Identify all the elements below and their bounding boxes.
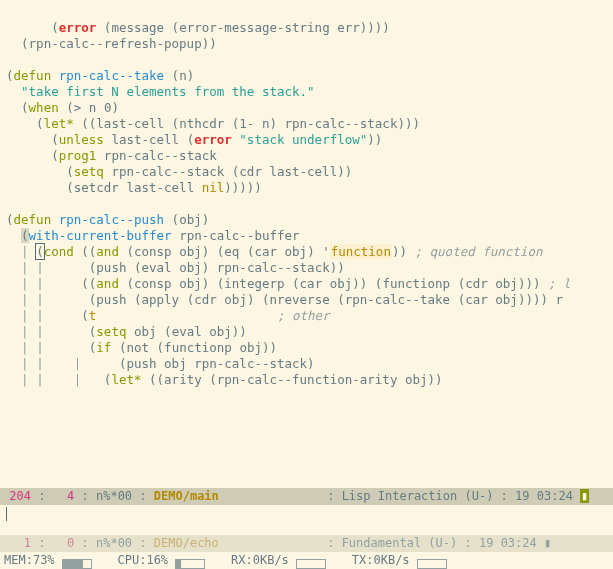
modeline-main[interactable]: 204 : 4 : n%*00 : DEMO/main : Lisp Inter… [0,488,613,505]
status-bar: MEM:73% CPU:16% RX:0KB/s TX:0KB/s [0,552,613,569]
code-line: (prog1 rpn-calc--stack [6,148,217,163]
col-number: 4 [67,489,74,503]
mem-label: MEM: [4,553,33,567]
encoding: (U-) [428,536,457,550]
vcs-branch: DEMO/echo [154,536,219,550]
code-line: (error (message (error-message-string er… [6,20,390,35]
tx-value: 0KB/s [373,553,409,567]
rx-value: 0KB/s [253,553,289,567]
code-line: (defun rpn-calc--take (n) [6,68,194,83]
cpu-value: 16% [146,553,168,567]
indicator-icon: ▮ [580,489,589,503]
blank-line [6,436,14,451]
code-line: | (cond ((and (consp obj) (eq (car obj) … [6,244,542,259]
code-line: | | (push (eval obj) rpn-calc--stack)) [6,260,345,275]
col-number: 0 [67,536,74,550]
clock: 19 03:24 [515,489,573,503]
code-line: "take first N elements from the stack." [6,84,315,99]
vcs-branch: DEMO/main [154,489,219,503]
code-line: | | ((and (consp obj) (integerp (car obj… [6,276,571,291]
code-line: (setq rpn-calc--stack (cdr last-cell)) [6,164,352,179]
blank-line [6,404,14,419]
code-line: | | (t ; other [6,308,330,323]
code-line: | | (if (not (functionp obj)) [6,340,277,355]
code-line: | | | (push obj rpn-calc--stack) [6,356,315,371]
rx-bar-icon [296,559,326,569]
blank-line [6,196,14,211]
cursor-icon [6,507,7,521]
encoding: (U-) [464,489,493,503]
mem-bar-icon [62,559,92,569]
rx-label: RX: [231,553,253,567]
major-mode: Lisp Interaction [342,489,458,503]
major-mode: Fundamental [342,536,421,550]
code-line: (defun rpn-calc--push (obj) [6,212,209,227]
buffer-flags: n%*00 [96,489,132,503]
blank-line [6,468,14,483]
code-line: (unless last-cell (error "stack underflo… [6,132,382,147]
code-line: (when (> n 0) [6,100,119,115]
buffer-flags: n%*00 [96,536,132,550]
tx-label: TX: [352,553,374,567]
blank-line [6,52,14,67]
code-line: (rpn-calc--refresh-popup)) [6,36,217,51]
cpu-bar-icon [175,559,205,569]
code-line: | | (push (apply (cdr obj) (nreverse (rp… [6,292,563,307]
tx-bar-icon [417,559,447,569]
code-line: | | (setq obj (eval obj)) [6,324,247,339]
echo-area[interactable] [0,505,613,521]
blank-line [6,452,14,467]
code-line: (let* ((last-cell (nthcdr (1- n) rpn-cal… [6,116,420,131]
code-line: (setcdr last-cell nil))))) [6,180,262,195]
clock: 19 03:24 [479,536,537,550]
mem-value: 73% [33,553,55,567]
blank-line [6,420,14,435]
blank-line [6,388,14,403]
cpu-label: CPU: [118,553,147,567]
code-line: | | | (let* ((arity (rpn-calc--function-… [6,372,443,387]
code-line: (with-current-buffer rpn-calc--buffer [6,228,300,243]
line-number: 204 [9,489,31,503]
main-buffer[interactable]: (error (message (error-message-string er… [0,0,613,484]
modeline-echo[interactable]: 1 : 0 : n%*00 : DEMO/echo : Fundamental … [0,535,613,552]
line-number: 1 [24,536,31,550]
